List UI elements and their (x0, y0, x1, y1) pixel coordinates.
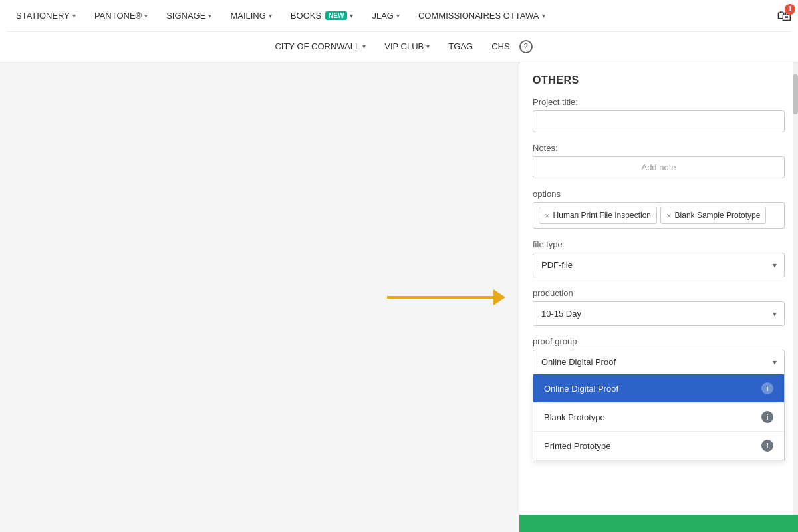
chevron-down-icon: ▾ (362, 43, 366, 50)
chevron-down-icon: ▾ (396, 12, 400, 19)
options-container: × Human Print File Inspection × Blank Sa… (533, 202, 785, 229)
nav-cornwall[interactable]: CITY OF CORNWALL ▾ (265, 36, 375, 57)
notes-label: Notes: (533, 143, 785, 153)
nav-top: STATIONERY ▾ PANTONE® ▾ SIGNAGE ▾ MAILIN… (7, 0, 791, 31)
nav-chs[interactable]: CHS (482, 36, 519, 57)
nav-signage[interactable]: SIGNAGE ▾ (157, 5, 221, 26)
chevron-down-icon: ▾ (269, 12, 272, 19)
option-tag-blank-sample: × Blank Sample Prototype (660, 207, 766, 224)
chevron-down-icon: ▾ (426, 43, 430, 50)
remove-tag-blank-sample[interactable]: × (666, 211, 672, 220)
bottom-bar (519, 515, 798, 532)
production-select-wrapper: 10-15 Day ▾ (533, 301, 785, 326)
chevron-down-icon: ▾ (542, 12, 545, 19)
cart-icon[interactable]: 🛍 1 (777, 7, 791, 25)
proof-group-selected-display[interactable]: Online Digital Proof (533, 350, 785, 374)
nav-books[interactable]: BOOKS NEW ▾ (281, 5, 363, 26)
left-panel (0, 61, 519, 532)
right-panel: OTHERS Project title: Notes: Add note op… (519, 61, 798, 532)
nav-stationery[interactable]: STATIONERY ▾ (7, 5, 85, 26)
navigation: STATIONERY ▾ PANTONE® ▾ SIGNAGE ▾ MAILIN… (0, 0, 798, 61)
proof-group-dropdown: Online Digital Proof i Blank Prototype i… (533, 374, 785, 460)
info-icon-online-digital[interactable]: i (761, 382, 773, 394)
file-type-select-wrapper: PDF-file ▾ (533, 253, 785, 277)
proof-group-select-wrapper: Online Digital Proof ▾ Online Digital Pr… (533, 350, 785, 374)
nav-tgag[interactable]: TGAG (439, 36, 482, 57)
production-group: production 10-15 Day ▾ (533, 288, 785, 326)
notes-group: Notes: Add note (533, 143, 785, 178)
arrow-container (0, 289, 519, 305)
proof-option-online-digital[interactable]: Online Digital Proof i (533, 374, 784, 403)
main-container: OTHERS Project title: Notes: Add note op… (0, 61, 798, 532)
info-icon-printed-prototype[interactable]: i (761, 440, 773, 452)
section-title: OTHERS (533, 74, 785, 86)
project-title-input[interactable] (533, 110, 785, 132)
proof-group-label: proof group (533, 336, 785, 346)
options-label: options (533, 189, 785, 199)
options-group: options × Human Print File Inspection × … (533, 189, 785, 229)
nav-vip-club[interactable]: VIP CLUB ▾ (375, 36, 439, 57)
project-title-group: Project title: (533, 97, 785, 132)
arrow-line (387, 296, 493, 299)
nav-pantone[interactable]: PANTONE® ▾ (85, 5, 157, 26)
arrow-head (493, 289, 505, 305)
file-type-label: file type (533, 239, 785, 249)
arrow-indicator (387, 289, 505, 305)
add-note-button[interactable]: Add note (533, 156, 785, 178)
file-type-select[interactable]: PDF-file (533, 253, 785, 277)
nav-commissionaires[interactable]: COMMISSIONAIRES OTTAWA ▾ (409, 5, 555, 26)
info-icon-blank-prototype[interactable]: i (761, 411, 773, 423)
remove-tag-human-print[interactable]: × (545, 211, 550, 220)
proof-group-field-group: proof group Online Digital Proof ▾ Onlin… (533, 336, 785, 374)
production-label: production (533, 288, 785, 298)
help-icon[interactable]: ? (519, 40, 533, 53)
option-tag-human-print: × Human Print File Inspection (539, 207, 657, 224)
proof-option-printed-prototype[interactable]: Printed Prototype i (533, 432, 784, 460)
nav-bottom: CITY OF CORNWALL ▾ VIP CLUB ▾ TGAG CHS ? (7, 31, 791, 61)
chevron-down-icon: ▾ (72, 12, 76, 19)
nav-jlag[interactable]: JLAG ▾ (362, 5, 409, 26)
file-type-group: file type PDF-file ▾ (533, 239, 785, 277)
chevron-down-icon: ▾ (350, 12, 353, 19)
chevron-down-icon: ▾ (208, 12, 211, 19)
scrollbar-thumb[interactable] (793, 74, 798, 114)
project-title-label: Project title: (533, 97, 785, 107)
nav-mailing[interactable]: MAILING ▾ (221, 5, 281, 26)
production-select[interactable]: 10-15 Day (533, 301, 785, 326)
chevron-down-icon: ▾ (144, 12, 148, 19)
proof-option-blank-prototype[interactable]: Blank Prototype i (533, 403, 784, 432)
scrollbar-track (793, 61, 798, 532)
